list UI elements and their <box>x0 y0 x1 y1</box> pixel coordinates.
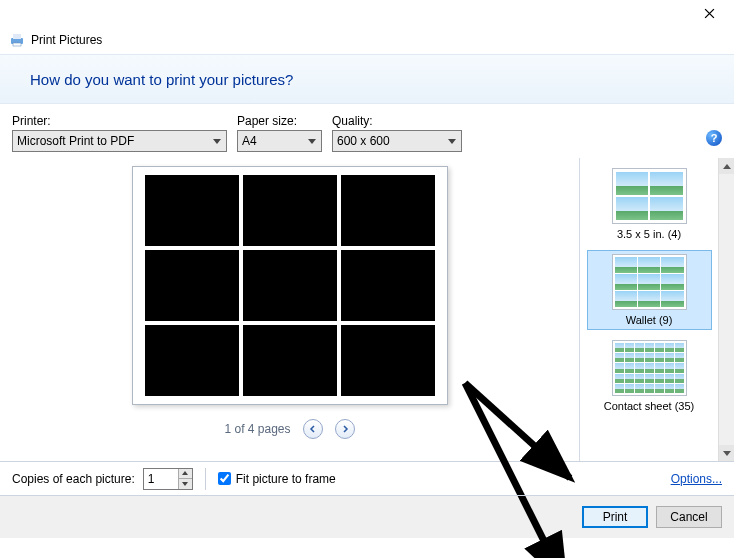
copies-label: Copies of each picture: <box>12 472 135 486</box>
pager-label: 1 of 4 pages <box>224 422 290 436</box>
layout-thumb-contact <box>612 340 687 396</box>
question-text: How do you want to print your pictures? <box>30 71 293 88</box>
photo-cell <box>145 175 239 246</box>
divider <box>205 468 206 490</box>
layout-thumb-35x5 <box>612 168 687 224</box>
settings-row: Copies of each picture: Fit picture to f… <box>0 462 734 496</box>
cancel-button[interactable]: Cancel <box>656 506 722 528</box>
question-band: How do you want to print your pictures? <box>0 54 734 104</box>
layout-scrollbar[interactable] <box>718 158 734 461</box>
close-icon <box>704 8 715 19</box>
preview-pane: 1 of 4 pages <box>0 158 579 461</box>
photo-cell <box>145 325 239 396</box>
close-button[interactable] <box>694 1 724 25</box>
titlebar <box>0 0 734 26</box>
print-button[interactable]: Print <box>582 506 648 528</box>
svg-rect-2 <box>13 43 21 46</box>
window-title: Print Pictures <box>31 33 102 47</box>
photo-cell <box>243 250 337 321</box>
copies-input[interactable] <box>144 469 178 489</box>
photo-cell <box>243 325 337 396</box>
printer-select[interactable]: Microsoft Print to PDF <box>12 130 227 152</box>
fit-frame-group[interactable]: Fit picture to frame <box>218 472 336 486</box>
options-link[interactable]: Options... <box>671 472 722 486</box>
wallet-layout-grid <box>145 175 435 396</box>
quality-label: Quality: <box>332 114 462 128</box>
layout-label: Wallet (9) <box>626 314 673 326</box>
photo-cell <box>341 250 435 321</box>
printer-label: Printer: <box>12 114 227 128</box>
arrow-right-icon <box>341 425 349 433</box>
paper-group: Paper size: A4 <box>237 114 322 152</box>
quality-group: Quality: 600 x 600 <box>332 114 462 152</box>
scroll-down-button[interactable] <box>719 445 734 461</box>
photo-cell <box>243 175 337 246</box>
printer-group: Printer: Microsoft Print to PDF <box>12 114 227 152</box>
photo-cell <box>341 175 435 246</box>
layout-sidebar: 3.5 x 5 in. (4) Wallet (9) Conta <box>579 158 734 461</box>
pager: 1 of 4 pages <box>224 419 354 439</box>
next-page-button[interactable] <box>335 419 355 439</box>
svg-rect-1 <box>13 34 21 39</box>
photo-cell <box>145 250 239 321</box>
fit-frame-checkbox[interactable] <box>218 472 231 485</box>
header: Print Pictures <box>0 26 734 54</box>
printer-app-icon <box>9 32 25 48</box>
copies-stepper[interactable] <box>143 468 193 490</box>
fit-frame-label: Fit picture to frame <box>236 472 336 486</box>
help-icon[interactable]: ? <box>706 130 722 146</box>
paper-select[interactable]: A4 <box>237 130 322 152</box>
photo-cell <box>341 325 435 396</box>
quality-select[interactable]: 600 x 600 <box>332 130 462 152</box>
print-options: Printer: Microsoft Print to PDF Paper si… <box>0 104 734 158</box>
layout-label: 3.5 x 5 in. (4) <box>617 228 681 240</box>
dialog-buttons: Print Cancel <box>0 496 734 538</box>
layout-contact-sheet[interactable]: Contact sheet (35) <box>587 336 712 416</box>
layout-wallet[interactable]: Wallet (9) <box>587 250 712 330</box>
layout-thumb-wallet <box>612 254 687 310</box>
arrow-left-icon <box>309 425 317 433</box>
prev-page-button[interactable] <box>303 419 323 439</box>
page-preview <box>132 166 448 405</box>
layout-label: Contact sheet (35) <box>604 400 695 412</box>
scroll-up-button[interactable] <box>719 158 734 174</box>
layout-list: 3.5 x 5 in. (4) Wallet (9) Conta <box>580 158 718 461</box>
paper-label: Paper size: <box>237 114 322 128</box>
main-area: 1 of 4 pages 3.5 x 5 in. ( <box>0 158 734 462</box>
copies-down[interactable] <box>179 479 192 489</box>
layout-35x5[interactable]: 3.5 x 5 in. (4) <box>587 164 712 244</box>
copies-up[interactable] <box>179 469 192 480</box>
